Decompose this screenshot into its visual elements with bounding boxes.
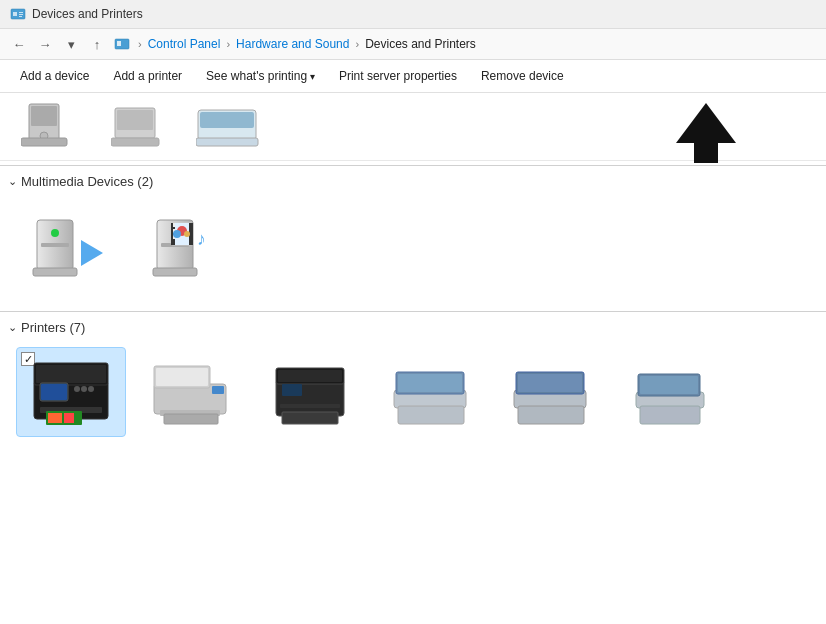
svg-rect-59 xyxy=(282,412,338,424)
printers-title-text: Printers xyxy=(21,320,66,335)
svg-rect-1 xyxy=(13,12,17,16)
multimedia-title-text: Multimedia Devices xyxy=(21,174,134,189)
add-printer-button[interactable]: Add a printer xyxy=(101,64,194,88)
see-printing-button[interactable]: See what's printing xyxy=(194,64,327,88)
multimedia-collapse-button[interactable]: ⌄ xyxy=(8,175,17,188)
printer-icon-6 xyxy=(631,361,711,431)
collapse-chevron-printers: ⌄ xyxy=(8,321,17,334)
breadcrumb-sep-2: › xyxy=(355,38,359,50)
svg-rect-67 xyxy=(518,406,584,424)
svg-rect-12 xyxy=(117,110,153,130)
main-content: ⌄ Multimedia Devices (2) xyxy=(0,93,826,617)
up-button[interactable]: ↑ xyxy=(86,33,108,55)
breadcrumb-hardware-sound[interactable]: Hardware and Sound xyxy=(236,37,349,51)
svg-rect-2 xyxy=(19,12,23,13)
svg-rect-62 xyxy=(398,374,462,392)
title-bar: Devices and Printers xyxy=(0,0,826,29)
svg-rect-53 xyxy=(164,414,218,424)
title-bar-text: Devices and Printers xyxy=(32,7,143,21)
partial-device-3 xyxy=(196,97,266,152)
svg-rect-70 xyxy=(640,376,698,394)
multimedia-section-header: ⌄ Multimedia Devices (2) xyxy=(0,165,826,193)
collapse-chevron-multimedia: ⌄ xyxy=(8,175,17,188)
svg-rect-3 xyxy=(19,14,23,15)
svg-point-18 xyxy=(51,229,59,237)
back-button[interactable]: ← xyxy=(8,33,30,55)
svg-rect-63 xyxy=(398,406,464,424)
svg-rect-10 xyxy=(21,138,67,146)
print-server-button[interactable]: Print server properties xyxy=(327,64,469,88)
partial-devices-section xyxy=(0,93,826,161)
breadcrumb-sep-0: › xyxy=(138,38,142,50)
svg-rect-50 xyxy=(156,368,208,386)
svg-rect-46 xyxy=(48,413,62,423)
svg-rect-56 xyxy=(278,370,342,382)
multimedia-device-grid: ♪ xyxy=(0,193,826,307)
printer-icon-4 xyxy=(391,361,471,431)
printer-device-6[interactable] xyxy=(616,347,726,437)
svg-rect-47 xyxy=(64,413,74,423)
printer-device-4[interactable] xyxy=(376,347,486,437)
partial-device-2 xyxy=(106,97,176,152)
svg-rect-16 xyxy=(196,138,258,146)
svg-point-34 xyxy=(184,231,190,237)
add-device-button[interactable]: Add a device xyxy=(8,64,101,88)
svg-rect-6 xyxy=(117,41,121,46)
toolbar: Add a device Add a printer See what's pr… xyxy=(0,60,826,93)
svg-rect-24 xyxy=(153,268,197,276)
svg-rect-19 xyxy=(41,243,69,247)
address-bar: ← → ▾ ↑ › Control Panel › Hardware and S… xyxy=(0,29,826,60)
svg-marker-21 xyxy=(81,240,103,266)
svg-point-33 xyxy=(173,230,181,238)
svg-rect-71 xyxy=(640,406,700,424)
printers-collapse-button[interactable]: ⌄ xyxy=(8,321,17,334)
printers-section-title: Printers (7) xyxy=(21,320,85,335)
svg-point-43 xyxy=(88,386,94,392)
svg-rect-57 xyxy=(282,384,302,396)
forward-button[interactable]: → xyxy=(34,33,56,55)
svg-text:♪: ♪ xyxy=(197,229,206,249)
svg-point-42 xyxy=(81,386,87,392)
multimedia-icon-2: ♪ xyxy=(151,215,231,285)
printer-device-5[interactable] xyxy=(496,347,606,437)
svg-rect-51 xyxy=(212,386,224,394)
svg-point-41 xyxy=(74,386,80,392)
printers-section-header: ⌄ Printers (7) xyxy=(0,311,826,339)
dropdown-button[interactable]: ▾ xyxy=(60,33,82,55)
printer-icon-5 xyxy=(511,361,591,431)
breadcrumb-control-panel[interactable]: Control Panel xyxy=(148,37,221,51)
remove-device-button[interactable]: Remove device xyxy=(469,64,576,88)
scroll-up-indicator xyxy=(676,103,736,163)
multimedia-icon-1 xyxy=(31,215,111,285)
svg-rect-13 xyxy=(111,138,159,146)
svg-rect-15 xyxy=(200,112,254,128)
printer-device-1[interactable]: ✓ xyxy=(16,347,126,437)
svg-rect-38 xyxy=(36,365,106,383)
printer-icon-1 xyxy=(31,360,111,430)
printers-count: (7) xyxy=(69,320,85,335)
breadcrumb-icon xyxy=(114,36,130,52)
multimedia-device-2[interactable]: ♪ xyxy=(136,201,246,291)
svg-rect-20 xyxy=(33,268,77,276)
svg-rect-40 xyxy=(41,384,67,400)
printer-device-3[interactable] xyxy=(256,347,366,437)
svg-rect-4 xyxy=(19,16,22,17)
svg-rect-58 xyxy=(280,404,340,408)
svg-rect-66 xyxy=(518,374,582,392)
partial-device-1 xyxy=(16,97,86,152)
svg-rect-8 xyxy=(31,106,57,126)
breadcrumb-devices-printers: Devices and Printers xyxy=(365,37,476,51)
multimedia-section-title: Multimedia Devices (2) xyxy=(21,174,153,189)
printer-icon-2 xyxy=(151,361,231,431)
multimedia-count: (2) xyxy=(137,174,153,189)
multimedia-device-1[interactable] xyxy=(16,201,126,291)
window-icon xyxy=(10,6,26,22)
printer-device-2[interactable] xyxy=(136,347,246,437)
printers-device-grid: ✓ xyxy=(0,339,826,453)
breadcrumb-sep-1: › xyxy=(226,38,230,50)
printer-icon-3 xyxy=(271,361,351,431)
